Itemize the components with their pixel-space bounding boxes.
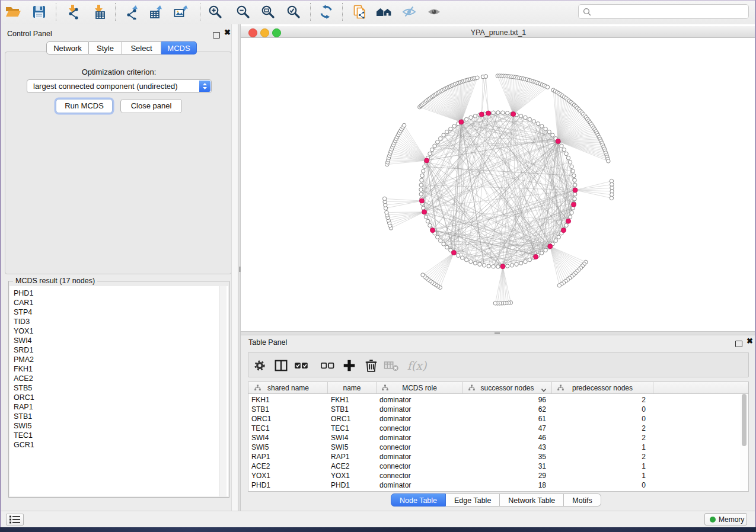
export-table-icon[interactable] — [146, 2, 166, 22]
column-header-name[interactable]: name — [328, 382, 377, 393]
close-panel-icon[interactable]: ✖ — [224, 30, 231, 36]
table-cell: SWI5 — [331, 443, 348, 452]
table-cell: PHD1 — [331, 480, 350, 490]
split-panel-icon[interactable] — [273, 358, 289, 373]
hide-selected-icon[interactable] — [399, 2, 419, 22]
mcds-result-item[interactable]: RAP1 — [9, 402, 228, 412]
column-header-predecessor-nodes[interactable]: predecessor nodes — [552, 382, 653, 393]
mcds-result-item[interactable]: PMA2 — [9, 355, 228, 364]
mcds-result-item[interactable]: TID3 — [9, 317, 228, 326]
node-table: shared namenameMCDS rolesuccessor nodesp… — [248, 382, 749, 492]
tab-network[interactable]: Network — [46, 41, 89, 55]
memory-label: Memory — [719, 515, 744, 524]
mcds-result-item[interactable]: SRD1 — [9, 345, 228, 355]
add-icon[interactable] — [342, 358, 357, 373]
table-panel-tabs: Node TableEdge TableNetwork TableMotifs — [391, 493, 601, 507]
show-all-icon[interactable] — [424, 2, 444, 22]
table-cell: dominator — [379, 480, 411, 490]
mcds-result-item[interactable]: TEC1 — [9, 431, 228, 440]
search-icon — [583, 8, 592, 17]
export-image-icon[interactable] — [171, 2, 191, 22]
zoom-fit-icon[interactable] — [258, 2, 278, 22]
table-float-window-icon[interactable] — [735, 339, 742, 350]
table-cell: FKH1 — [331, 395, 349, 405]
table-close-panel-icon[interactable]: ✖ — [747, 338, 753, 344]
tab-motifs[interactable]: Motifs — [564, 493, 601, 507]
zoom-in-icon[interactable] — [205, 2, 225, 22]
run-mcds-button[interactable]: Run MCDS — [56, 99, 113, 113]
sort-icon — [557, 384, 564, 393]
search-box[interactable] — [578, 4, 749, 19]
import-table-icon[interactable] — [89, 2, 109, 22]
mcds-result-item[interactable]: SWI5 — [9, 421, 228, 431]
toolbar-separator — [342, 3, 343, 21]
window-edge — [0, 0, 756, 1]
delete-table-icon[interactable] — [384, 358, 399, 373]
mcds-result-item[interactable]: STP4 — [9, 307, 228, 317]
duplicate-network-icon[interactable] — [350, 2, 370, 22]
column-header-MCDS-role[interactable]: MCDS role — [377, 382, 463, 393]
first-neighbors-icon[interactable] — [374, 2, 394, 22]
table-cell: RAP1 — [251, 452, 270, 462]
mcds-result-list: PHD1CAR1STP4TID3YOX1SWI4SRD1PMA2FKH1ACE2… — [9, 286, 228, 496]
close-panel-button[interactable]: Close panel — [120, 99, 182, 113]
task-history-button[interactable] — [6, 514, 24, 525]
search-input[interactable] — [595, 6, 747, 18]
zoom-out-icon[interactable] — [233, 2, 253, 22]
zoom-selected-icon[interactable] — [283, 2, 304, 22]
delete-icon[interactable] — [363, 358, 379, 373]
table-cell: connector — [379, 424, 411, 433]
mcds-result-item[interactable]: ORC1 — [9, 393, 228, 402]
column-header-successor-nodes[interactable]: successor nodes — [463, 382, 552, 393]
network-graph[interactable] — [241, 38, 756, 331]
toolbar-separator — [310, 3, 311, 21]
horizontal-splitter[interactable] — [241, 331, 756, 335]
result-scrollbar[interactable] — [219, 286, 227, 496]
table-panel: Table Panel ✖ f(x) shared namenameMCDS r… — [241, 335, 756, 511]
open-icon[interactable] — [3, 2, 23, 22]
refresh-icon[interactable] — [316, 2, 336, 22]
export-network-icon[interactable] — [122, 2, 142, 22]
memory-button[interactable]: Memory — [704, 513, 747, 525]
float-window-icon[interactable] — [213, 30, 220, 41]
mcds-result-item[interactable]: GCR1 — [9, 440, 228, 450]
mcds-result-item[interactable]: CAR1 — [9, 298, 228, 307]
status-bar: Memory — [0, 511, 756, 527]
tab-edge-table[interactable]: Edge Table — [446, 493, 500, 507]
column-header-shared-name[interactable]: shared name — [249, 382, 328, 393]
table-cell: 1 — [610, 462, 646, 471]
deselect-all-icon[interactable] — [320, 358, 336, 373]
select-all-icon[interactable] — [294, 358, 310, 373]
tab-style[interactable]: Style — [89, 41, 122, 55]
table-cell: SWI4 — [251, 433, 269, 443]
table-cell: ACE2 — [251, 462, 270, 471]
toolbar-separator — [200, 3, 200, 21]
mcds-result-item[interactable]: SWI4 — [9, 336, 228, 345]
mcds-result-item[interactable]: FKH1 — [9, 364, 228, 374]
table-cell: YOX1 — [331, 471, 350, 480]
table-scrollbar[interactable] — [740, 394, 748, 491]
mcds-result-item[interactable]: STB1 — [9, 412, 228, 421]
mcds-result-item[interactable]: YOX1 — [9, 326, 228, 336]
toolbar-separator — [115, 3, 116, 21]
tab-node-table[interactable]: Node Table — [391, 493, 446, 507]
mcds-result-item[interactable]: ACE2 — [9, 374, 228, 383]
save-icon[interactable] — [29, 2, 49, 22]
tab-mcds[interactable]: MCDS — [161, 41, 197, 55]
mcds-result-item[interactable]: PHD1 — [9, 289, 228, 298]
mcds-result-item[interactable]: STB5 — [9, 383, 228, 393]
tab-select[interactable]: Select — [122, 41, 161, 55]
table-cell: YOX1 — [251, 471, 270, 480]
tab-network-table[interactable]: Network Table — [500, 493, 564, 507]
table-cell: 29 — [511, 471, 546, 480]
table-cell: STB1 — [331, 405, 349, 414]
import-network-icon[interactable] — [63, 2, 83, 22]
table-cell: 46 — [511, 433, 546, 443]
table-cell: TEC1 — [331, 424, 349, 433]
function-builder-icon[interactable]: f(x) — [409, 358, 425, 373]
table-cell: STB1 — [251, 405, 269, 414]
settings-icon[interactable] — [252, 358, 267, 373]
criterion-dropdown[interactable]: largest connected component (undirected) — [27, 79, 212, 93]
table-cell: dominator — [379, 414, 411, 424]
network-view-titlebar: YPA_prune.txt_1 — [241, 26, 756, 38]
